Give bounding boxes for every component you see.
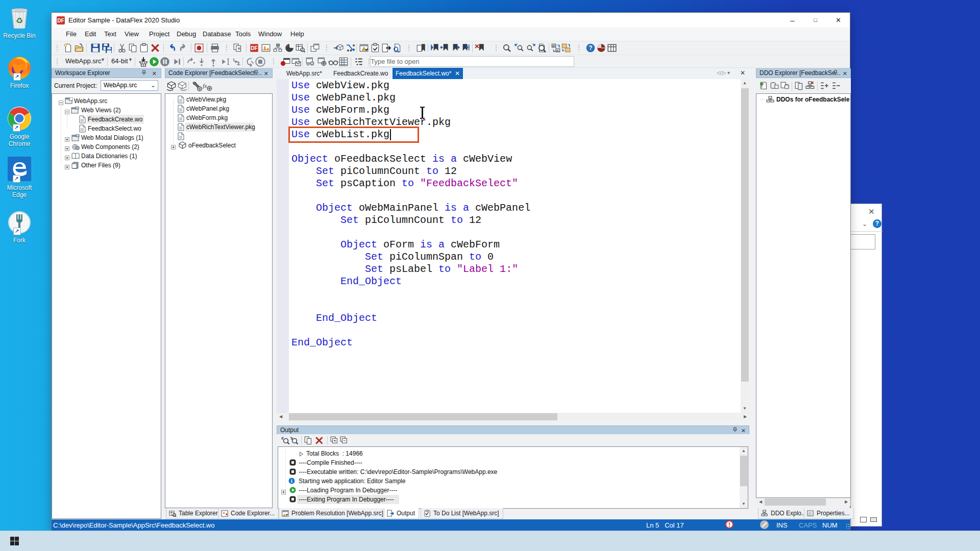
svg-text:ab: ab <box>552 44 556 47</box>
svg-text:ac: ac <box>556 48 560 52</box>
svg-text:i: i <box>291 478 292 484</box>
svg-text:?: ? <box>589 44 592 52</box>
svg-text:♻: ♻ <box>16 16 23 25</box>
svg-text:DF: DF <box>251 45 257 51</box>
svg-text:fx: fx <box>203 83 207 89</box>
svg-text:DF: DF <box>57 18 64 23</box>
